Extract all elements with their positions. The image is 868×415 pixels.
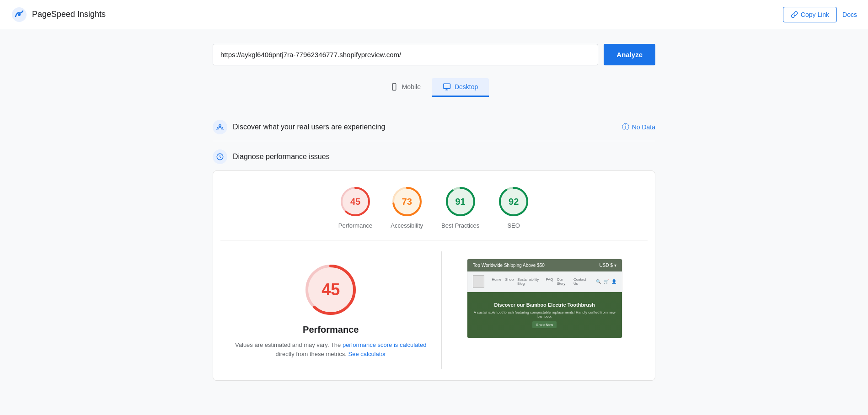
docs-link[interactable]: Docs — [842, 11, 857, 18]
screenshot-cta-btn: Shop Now — [532, 321, 557, 328]
performance-score-value: 45 — [350, 197, 360, 207]
screenshot-nav: Home Shop Sustainability Blog FAQ Our St… — [467, 271, 622, 292]
performance-circle: 45 — [339, 186, 371, 218]
copy-link-button[interactable]: Copy Link — [783, 7, 837, 22]
nav-link-shop: Shop — [505, 277, 514, 286]
nav-link-contact: Contact Us — [573, 277, 589, 286]
score-card: 45 Performance 73 Accessibility — [213, 170, 655, 381]
accessibility-score-value: 73 — [402, 197, 412, 207]
score-performance[interactable]: 45 Performance — [338, 186, 372, 229]
performance-detail-title: Performance — [303, 325, 359, 335]
tab-desktop[interactable]: Desktop — [432, 78, 489, 97]
performance-large-score-value: 45 — [321, 280, 340, 299]
screenshot-nav-icons: 🔍 🛒 👤 — [596, 279, 616, 284]
best-practices-label: Best Practices — [441, 222, 479, 229]
see-calc-link[interactable]: See calculator — [348, 351, 386, 357]
seo-score-value: 92 — [509, 197, 519, 207]
score-seo[interactable]: 92 SEO — [498, 186, 530, 229]
seo-circle: 92 — [498, 186, 530, 218]
header-right: Copy Link Docs — [783, 7, 857, 22]
screenshot-hero: Discover our Bamboo Electric Toothbrush … — [467, 292, 622, 338]
screenshot-hero-text: Discover our Bamboo Electric Toothbrush — [494, 302, 595, 308]
performance-detail-right: Top Worldwide Shipping Above $50 USD $ ▾… — [442, 251, 648, 369]
nav-link-story: Our Story — [557, 277, 569, 286]
seo-label: SEO — [507, 222, 520, 229]
svg-rect-4 — [443, 84, 450, 89]
performance-detail-left: 45 Performance Values are estimated and … — [220, 251, 442, 369]
nav-link-home: Home — [492, 277, 501, 286]
url-input[interactable] — [213, 44, 598, 65]
diagnose-icon — [213, 149, 227, 164]
diagnose-title: Diagnose performance issues — [233, 153, 330, 161]
screenshot-bar-text: Top Worldwide Shipping Above $50 — [473, 263, 545, 268]
performance-label: Performance — [338, 222, 372, 229]
nav-link-blog: Sustainability Blog — [517, 277, 542, 286]
screenshot-logo — [473, 275, 484, 288]
header-left: PageSpeed Insights — [11, 6, 106, 23]
screenshot-bar-url: USD $ ▾ — [600, 263, 616, 268]
real-users-icon — [213, 120, 227, 134]
scores-row: 45 Performance 73 Accessibility — [220, 186, 648, 240]
main-content: Analyze Mobile Desktop — [205, 29, 663, 395]
best-practices-circle: 91 — [445, 186, 477, 218]
link-icon — [791, 11, 798, 18]
real-users-title: Discover what your real users are experi… — [233, 123, 385, 131]
screenshot-hero-sub: A sustainable toothbrush featuring compo… — [473, 310, 616, 319]
header: PageSpeed Insights Copy Link Docs — [0, 0, 868, 29]
perf-calc-link[interactable]: performance score is calculated — [343, 341, 427, 348]
svg-rect-2 — [392, 84, 396, 90]
screenshot-preview: Top Worldwide Shipping Above $50 USD $ ▾… — [467, 259, 622, 338]
svg-point-1 — [18, 13, 21, 16]
diagnose-section-header: Diagnose performance issues — [213, 141, 655, 170]
screenshot-person-icon: 👤 — [611, 279, 616, 284]
app-title: PageSpeed Insights — [32, 10, 106, 19]
tab-mobile[interactable]: Mobile — [379, 78, 432, 97]
performance-note: Values are estimated and may vary. The p… — [235, 341, 426, 358]
accessibility-label: Accessibility — [391, 222, 423, 229]
nav-link-faq: FAQ — [546, 277, 553, 286]
best-practices-score-value: 91 — [455, 197, 465, 207]
search-bar: Analyze — [213, 44, 655, 65]
accessibility-circle: 73 — [391, 186, 423, 218]
score-best-practices[interactable]: 91 Best Practices — [441, 186, 479, 229]
mobile-icon — [390, 83, 398, 91]
info-icon: ⓘ — [622, 122, 629, 132]
screenshot-cart-icon: 🛒 — [604, 279, 609, 284]
device-tabs: Mobile Desktop — [213, 78, 655, 97]
pagespeed-logo-icon — [11, 6, 27, 23]
screenshot-nav-links: Home Shop Sustainability Blog FAQ Our St… — [492, 277, 589, 286]
real-users-section: Discover what your real users are experi… — [213, 112, 655, 141]
desktop-icon — [443, 83, 451, 91]
screenshot-bar: Top Worldwide Shipping Above $50 USD $ ▾ — [467, 259, 622, 271]
performance-detail: 45 Performance Values are estimated and … — [220, 251, 648, 369]
analyze-button[interactable]: Analyze — [604, 44, 655, 65]
screenshot-search-icon: 🔍 — [596, 279, 601, 284]
performance-large-circle: 45 — [303, 262, 358, 317]
score-accessibility[interactable]: 73 Accessibility — [391, 186, 423, 229]
no-data-button[interactable]: ⓘ No Data — [622, 122, 655, 132]
svg-point-7 — [219, 125, 221, 127]
real-users-header-left: Discover what your real users are experi… — [213, 120, 385, 134]
